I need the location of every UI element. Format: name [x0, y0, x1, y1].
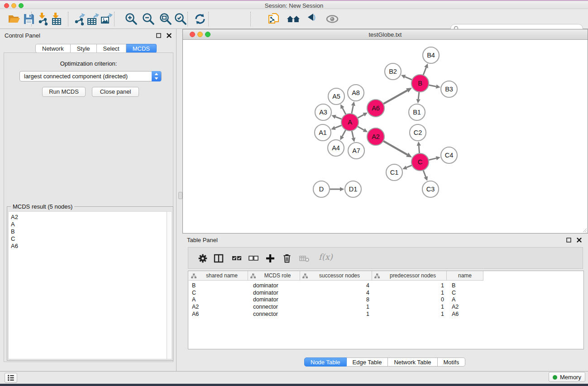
column-header-name[interactable]: name [447, 271, 483, 281]
table-cell[interactable]: 1 [372, 310, 447, 318]
show-all-button[interactable] [325, 12, 340, 26]
table-cell[interactable]: A2 [447, 303, 483, 310]
graph-node-D1[interactable]: D1 [345, 181, 361, 197]
tab-edge-table[interactable]: Edge Table [347, 357, 388, 367]
column-header-successor-nodes[interactable]: successor nodes [300, 271, 372, 281]
close-panel-icon[interactable] [577, 238, 582, 243]
graph-node-C1[interactable]: C1 [386, 164, 402, 181]
table-cell[interactable]: 0 [372, 296, 447, 303]
export-image-button[interactable] [99, 12, 115, 26]
mcds-result-list[interactable]: A2ABCA6 [8, 211, 167, 359]
select-all-button[interactable] [230, 252, 243, 265]
graph-node-C4[interactable]: C4 [441, 147, 457, 163]
import-table-button[interactable] [49, 12, 64, 26]
table-cell[interactable]: B [189, 282, 248, 289]
table-cell[interactable]: A6 [189, 310, 248, 318]
table-cell[interactable]: 4 [300, 289, 372, 296]
table-cell[interactable]: C [447, 289, 483, 296]
table-settings-button[interactable] [196, 252, 209, 265]
graph-node-D[interactable]: D [313, 181, 330, 197]
graph-node-A[interactable]: A [341, 114, 359, 131]
table-cell[interactable]: C [189, 289, 248, 296]
table-cell[interactable]: dominator [248, 296, 300, 303]
table-cell[interactable]: 1 [372, 303, 447, 310]
graph-node-A2[interactable]: A2 [367, 128, 384, 145]
table-cell[interactable]: dominator [248, 289, 300, 296]
graph-node-B1[interactable]: B1 [409, 104, 425, 120]
graph-node-B3[interactable]: B3 [441, 81, 457, 97]
first-neighbors-button[interactable] [286, 12, 301, 26]
zoom-fit-button[interactable] [158, 12, 173, 26]
table-cell[interactable]: A6 [447, 310, 483, 318]
graph-node-A1[interactable]: A1 [315, 124, 331, 141]
hide-selected-button[interactable] [305, 12, 320, 26]
table-cell[interactable]: connector [248, 303, 300, 310]
tab-style[interactable]: Style [71, 44, 97, 53]
tab-mcds[interactable]: MCDS [126, 44, 157, 53]
graph-node-C3[interactable]: C3 [422, 181, 439, 197]
graph-node-C2[interactable]: C2 [410, 124, 426, 141]
function-builder-button[interactable]: f(x) [319, 252, 333, 262]
table-cell[interactable]: 8 [300, 296, 372, 303]
column-header-shared-name[interactable]: shared name [189, 271, 248, 281]
split-pane-grip[interactable] [178, 192, 182, 199]
column-header-MCDS-role[interactable]: MCDS role [248, 271, 300, 281]
export-network-button[interactable] [72, 12, 87, 26]
close-panel-icon[interactable] [167, 33, 172, 38]
table-cell[interactable]: 1 [372, 282, 447, 289]
deselect-all-button[interactable] [247, 252, 260, 265]
tab-motifs[interactable]: Motifs [438, 357, 466, 367]
tab-node-table[interactable]: Node Table [304, 357, 347, 367]
result-list-item[interactable]: C [9, 235, 167, 243]
refresh-layout-button[interactable] [192, 12, 208, 26]
table-cell[interactable]: A [447, 296, 483, 303]
table-cell[interactable]: dominator [248, 282, 300, 289]
column-header-predecessor-nodes[interactable]: predecessor nodes [372, 271, 447, 281]
result-list-item[interactable]: A [9, 221, 167, 228]
graph-node-A3[interactable]: A3 [315, 104, 331, 120]
result-list-item[interactable]: B [9, 228, 167, 235]
add-column-button[interactable] [264, 252, 277, 265]
table-cell[interactable]: 1 [372, 289, 447, 296]
float-panel-icon[interactable] [156, 33, 161, 38]
clear-table-button[interactable] [298, 252, 311, 265]
graph-node-A6[interactable]: A6 [367, 100, 384, 117]
new-network-from-selection-button[interactable] [266, 12, 282, 26]
resize-grip-icon[interactable] [582, 227, 587, 233]
graph-node-B[interactable]: B [411, 75, 429, 92]
column-chooser-button[interactable] [212, 252, 225, 265]
network-canvas[interactable]: AA1A2A3A4A5A6A7A8BB1B2B3B4CC1C2C3C4DD1 [183, 40, 588, 233]
table-cell[interactable]: 4 [300, 282, 372, 289]
export-table-button[interactable] [86, 12, 101, 26]
graph-node-C[interactable]: C [411, 153, 429, 171]
run-mcds-button[interactable]: Run MCDS [42, 87, 86, 97]
tab-network-table[interactable]: Network Table [388, 357, 437, 367]
zoom-selected-button[interactable] [173, 12, 188, 26]
table-cell[interactable]: 1 [300, 310, 372, 318]
tab-select[interactable]: Select [97, 44, 126, 53]
task-history-button[interactable] [5, 373, 17, 383]
memory-button[interactable]: Memory [549, 372, 585, 382]
close-panel-button[interactable]: Close panel [92, 87, 139, 97]
result-list-item[interactable]: A2 [9, 214, 167, 221]
table-cell[interactable]: B [447, 282, 483, 289]
network-window-titlebar[interactable]: testGlobe.txt [183, 29, 588, 40]
table-cell[interactable]: connector [248, 310, 300, 318]
graph-node-A7[interactable]: A7 [348, 143, 364, 159]
save-session-button[interactable] [21, 12, 37, 26]
criterion-dropdown[interactable]: largest connected component (directed) [19, 71, 162, 81]
zoom-out-button[interactable] [141, 12, 156, 26]
graph-node-A8[interactable]: A8 [348, 85, 364, 101]
graph-node-B2[interactable]: B2 [385, 63, 401, 80]
table-cell[interactable]: 1 [300, 303, 372, 310]
zoom-in-button[interactable] [124, 12, 139, 26]
tab-network[interactable]: Network [35, 44, 71, 53]
graph-node-A4[interactable]: A4 [328, 140, 344, 156]
open-session-button[interactable] [6, 12, 22, 26]
result-list-item[interactable]: A6 [9, 243, 167, 250]
table-cell[interactable]: A [189, 296, 248, 303]
graph-node-B4[interactable]: B4 [423, 47, 439, 63]
graph-node-A5[interactable]: A5 [328, 88, 344, 105]
float-panel-icon[interactable] [566, 238, 571, 243]
table-cell[interactable]: A2 [189, 303, 248, 310]
